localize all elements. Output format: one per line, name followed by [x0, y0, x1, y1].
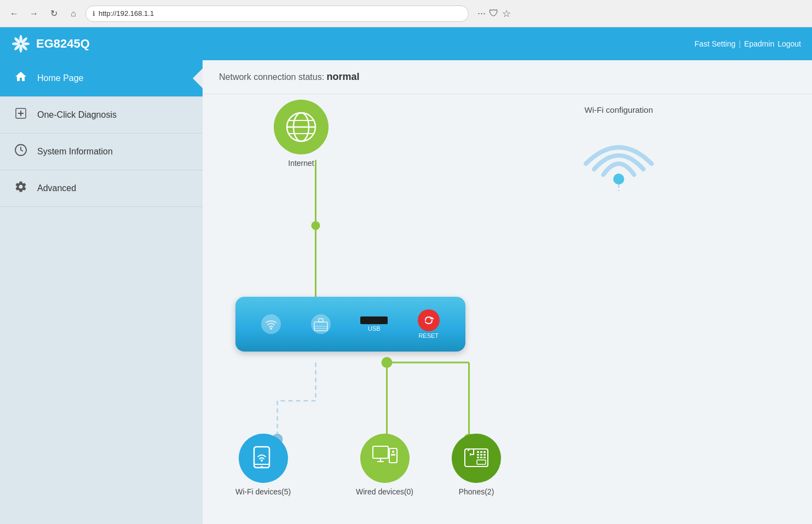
lock-icon: ℹ — [93, 10, 95, 18]
wifi-config-area[interactable]: Wi-Fi configuration — [575, 105, 663, 193]
svg-point-32 — [613, 174, 624, 185]
router-wifi-icon — [265, 318, 277, 330]
sidebar-item-system-info[interactable]: System Information — [0, 134, 203, 170]
router-usb: USB — [360, 316, 388, 332]
wifi-signal-icon — [575, 120, 663, 191]
svg-rect-38 — [319, 319, 323, 322]
fast-setting-link[interactable]: Fast Setting — [695, 39, 736, 48]
star-icon[interactable]: ☆ — [502, 8, 511, 20]
svg-rect-60 — [483, 457, 486, 458]
router-home-indicator — [311, 314, 331, 334]
home-icon — [13, 70, 28, 87]
reset-icon — [423, 315, 434, 326]
router-reset[interactable]: RESET — [418, 309, 440, 339]
status-label: Network connection status: — [219, 72, 324, 82]
internet-label: Internet — [288, 159, 314, 168]
sidebar-item-diagnosis[interactable]: One-Click Diagnosis — [0, 97, 203, 134]
phones-label: Phones(2) — [459, 487, 494, 496]
shield-icon[interactable]: 🛡 — [489, 8, 499, 20]
wifi-devices-icon[interactable]: Wi-Fi devices(5) — [235, 434, 291, 496]
browser-chrome: ← → ↻ ⌂ ℹ http://192.168.1.1 ··· 🛡 ☆ — [0, 0, 812, 27]
sidebar-item-home[interactable]: Home Page — [0, 60, 203, 97]
internet-icon[interactable]: Internet — [274, 100, 329, 168]
main-layout: Home Page One-Click Diagnosis System Inf… — [0, 60, 812, 524]
svg-rect-56 — [480, 454, 482, 456]
address-bar[interactable]: ℹ http://192.168.1.1 — [85, 5, 469, 22]
huawei-logo-icon — [11, 34, 31, 54]
router-home-icon — [312, 315, 330, 333]
svg-rect-59 — [480, 457, 482, 458]
router-wifi-indicator — [261, 314, 281, 334]
wired-devices-label: Wired devices(0) — [356, 487, 413, 496]
menu-dots[interactable]: ··· — [477, 8, 486, 20]
status-bar: Network connection status: normal — [203, 60, 812, 94]
sidebar-label-system-info: System Information — [37, 147, 113, 157]
forward-button[interactable]: → — [26, 6, 42, 21]
system-info-icon — [13, 143, 28, 160]
tablet-icon — [250, 445, 277, 472]
header-nav: Fast Setting | Epadmin Logout — [695, 39, 801, 48]
svg-rect-44 — [373, 446, 388, 458]
svg-point-14 — [312, 221, 320, 230]
advanced-icon — [13, 180, 28, 197]
computer-icon — [371, 444, 399, 473]
svg-rect-58 — [477, 457, 479, 458]
nav-divider: | — [739, 39, 741, 48]
svg-rect-61 — [477, 460, 486, 464]
sidebar-label-diagnosis: One-Click Diagnosis — [37, 110, 117, 120]
diagnosis-icon — [13, 107, 28, 123]
logo-text: EG8245Q — [36, 37, 90, 51]
svg-point-48 — [392, 451, 394, 453]
router-box[interactable]: USB RESET — [235, 297, 465, 352]
sidebar-item-advanced[interactable]: Advanced — [0, 170, 203, 207]
usb-label: USB — [368, 325, 381, 332]
diagram-area: Internet Wi-Fi configuration — [203, 94, 812, 521]
user-link[interactable]: Epadmin — [744, 39, 774, 48]
wired-devices-icon[interactable]: Wired devices(0) — [356, 434, 413, 496]
svg-rect-49 — [391, 454, 395, 456]
sidebar-label-home: Home Page — [37, 73, 84, 83]
reset-button-circle[interactable] — [418, 309, 440, 331]
svg-rect-55 — [477, 454, 479, 456]
svg-point-43 — [261, 459, 263, 462]
svg-rect-54 — [483, 451, 486, 453]
wifi-config-label: Wi-Fi configuration — [575, 105, 663, 114]
logout-link[interactable]: Logout — [778, 39, 801, 48]
svg-rect-52 — [477, 451, 479, 453]
usb-bar — [360, 316, 388, 324]
phone-icon — [463, 445, 490, 472]
home-button[interactable]: ⌂ — [66, 6, 81, 21]
back-button[interactable]: ← — [7, 6, 22, 21]
top-header: EG8245Q Fast Setting | Epadmin Logout — [0, 27, 812, 60]
url-text: http://192.168.1.1 — [99, 9, 154, 18]
svg-rect-57 — [483, 454, 486, 456]
svg-point-42 — [261, 466, 263, 468]
reload-button[interactable]: ↻ — [46, 6, 61, 21]
logo-area: EG8245Q — [11, 34, 90, 54]
svg-point-34 — [270, 327, 272, 330]
svg-rect-53 — [480, 451, 482, 453]
content-area: Network connection status: normal — [203, 60, 812, 524]
wifi-devices-label: Wi-Fi devices(5) — [235, 487, 291, 496]
status-value: normal — [327, 71, 360, 82]
phones-icon[interactable]: Phones(2) — [452, 434, 501, 496]
browser-actions: ··· 🛡 ☆ — [477, 8, 511, 20]
sidebar: Home Page One-Click Diagnosis System Inf… — [0, 60, 203, 524]
sidebar-label-advanced: Advanced — [37, 183, 76, 193]
reset-label: RESET — [418, 332, 439, 339]
